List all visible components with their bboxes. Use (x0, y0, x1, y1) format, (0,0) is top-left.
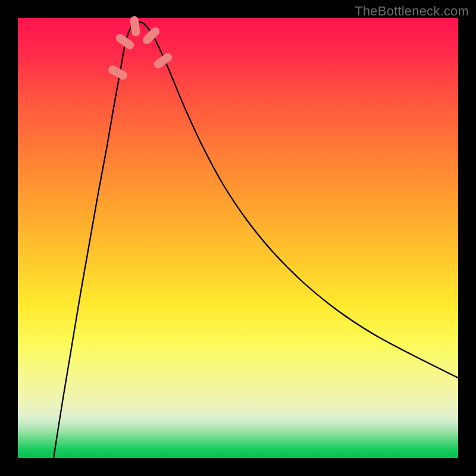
marker-4 (141, 26, 161, 46)
chart-plot-area (18, 18, 458, 458)
marker-3 (130, 15, 141, 37)
watermark-text: TheBottleneck.com (355, 4, 469, 19)
curve-markers (107, 15, 174, 81)
bottleneck-curve (54, 22, 458, 458)
marker-5 (152, 52, 174, 70)
chart-svg (18, 18, 458, 458)
marker-1 (107, 64, 129, 81)
marker-2 (114, 33, 136, 51)
chart-frame: TheBottleneck.com (0, 0, 476, 476)
